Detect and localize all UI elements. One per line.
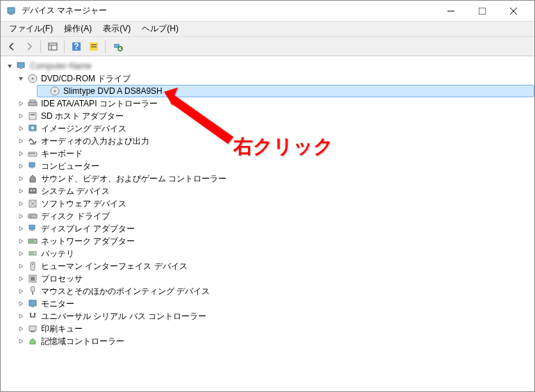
svg-rect-23 [28, 102, 37, 106]
svg-point-37 [31, 190, 32, 191]
svg-rect-0 [8, 8, 15, 13]
tree-node-category[interactable]: 印刷キュー [15, 322, 534, 335]
chevron-right-icon[interactable] [16, 299, 26, 309]
svg-rect-34 [29, 163, 35, 167]
device-category-icon [27, 211, 38, 222]
tree-node-category[interactable]: 記憶域コントローラー [15, 335, 534, 348]
forward-button[interactable] [21, 39, 37, 54]
svg-rect-48 [30, 252, 34, 254]
scan-button[interactable] [85, 39, 101, 54]
tree-node-category[interactable]: ソフトウェア デバイス [15, 197, 534, 210]
chevron-right-icon[interactable] [16, 111, 26, 121]
category-label: オーディオの入力および出力 [41, 136, 149, 147]
svg-point-22 [54, 90, 56, 92]
svg-rect-40 [28, 214, 37, 218]
chevron-right-icon[interactable] [16, 186, 26, 196]
show-hide-button[interactable] [44, 39, 60, 54]
tree-node-category[interactable]: SD ホスト アダプター [15, 110, 534, 122]
chevron-right-icon[interactable] [16, 174, 26, 183]
svg-rect-4 [479, 8, 486, 15]
menu-view[interactable]: 表示(V) [97, 22, 136, 36]
device-tree-panel[interactable]: Computer-Name DVD/CD-ROM ドライブ Slimtype D… [1, 56, 534, 391]
svg-rect-49 [31, 262, 35, 270]
svg-rect-7 [49, 43, 57, 50]
category-label: システム デバイス [41, 186, 110, 197]
svg-point-41 [30, 215, 31, 217]
computer-icon [16, 60, 27, 72]
tree-node-category[interactable]: システム デバイス [15, 185, 534, 197]
category-label: SD ホスト アダプター [41, 111, 124, 122]
tree-node-category[interactable]: マウスとそのほかのポインティング デバイス [15, 285, 534, 297]
chevron-right-icon[interactable] [16, 336, 26, 346]
toolbar-separator [40, 40, 41, 53]
chevron-right-icon[interactable] [16, 249, 26, 259]
device-category-icon [27, 198, 38, 209]
svg-rect-58 [34, 313, 35, 315]
chevron-right-icon[interactable] [16, 274, 26, 284]
tree-node-category[interactable]: ディスプレイ アダプター [15, 222, 534, 235]
category-label: ディスプレイ アダプター [41, 223, 135, 235]
svg-rect-60 [31, 331, 35, 332]
svg-point-45 [30, 240, 31, 242]
chevron-right-icon[interactable] [16, 211, 26, 221]
tree-node-category[interactable]: モニター [15, 297, 534, 310]
tree-node-category[interactable]: コンピューター [15, 160, 534, 172]
category-label: コンピューター [41, 161, 99, 172]
tree-node-category[interactable]: ヒューマン インターフェイス デバイス [15, 260, 534, 272]
dvd-device-label: Slimtype DVD A DS8A9SH [63, 86, 163, 96]
help-button[interactable]: ? [68, 39, 84, 54]
menu-action[interactable]: 操作(A) [58, 22, 97, 36]
dvd-drive-icon [27, 73, 38, 84]
chevron-right-icon[interactable] [16, 149, 26, 158]
chevron-right-icon[interactable] [16, 161, 26, 171]
chevron-right-icon[interactable] [16, 261, 26, 271]
svg-rect-35 [31, 168, 33, 168]
tree-node-category[interactable]: ディスク ドライブ [15, 210, 534, 222]
toolbar-separator [64, 40, 65, 53]
tree-node-category[interactable]: オーディオの入力および出力 [15, 135, 534, 147]
toolbar-separator [105, 40, 106, 53]
tree-node-category[interactable]: IDE ATA/ATAPI コントローラー [15, 97, 534, 110]
chevron-right-icon[interactable] [16, 286, 26, 296]
tree-node-category[interactable]: サウンド、ビデオ、およびゲーム コントローラー [15, 172, 534, 185]
chevron-right-icon[interactable] [16, 324, 26, 334]
svg-point-53 [31, 286, 35, 292]
tree-node-dvd-device[interactable]: Slimtype DVD A DS8A9SH [37, 85, 534, 97]
chevron-down-icon[interactable] [5, 61, 15, 71]
category-label: イメージング デバイス [41, 123, 126, 135]
tree-node-category[interactable]: イメージング デバイス [15, 122, 534, 135]
chevron-right-icon[interactable] [16, 224, 26, 234]
tree-node-category[interactable]: バッテリ [15, 247, 534, 260]
menu-help[interactable]: ヘルプ(H) [136, 22, 184, 36]
window-title: デバイス マネージャー [22, 5, 435, 17]
back-button[interactable] [3, 39, 19, 54]
tree-node-category[interactable]: ネットワーク アダプター [15, 235, 534, 247]
category-label: ネットワーク アダプター [41, 236, 135, 247]
category-label: ディスク ドライブ [41, 211, 110, 222]
chevron-right-icon[interactable] [16, 199, 26, 209]
toolbar: ? [1, 37, 534, 56]
chevron-down-icon[interactable] [16, 74, 26, 83]
chevron-right-icon[interactable] [16, 124, 26, 133]
refresh-button[interactable] [109, 39, 125, 54]
close-button[interactable] [497, 1, 529, 21]
category-label: サウンド、ビデオ、およびゲーム コントローラー [41, 173, 227, 185]
category-label: ヒューマン インターフェイス デバイス [41, 261, 188, 272]
svg-rect-55 [29, 300, 36, 306]
tree-node-category[interactable]: プロセッサ [15, 272, 534, 285]
maximize-button[interactable] [466, 1, 497, 21]
device-manager-window: デバイス マネージャー ファイル(F) 操作(A) 表示(V) ヘルプ(H) ? [0, 0, 535, 392]
chevron-right-icon[interactable] [16, 311, 26, 321]
chevron-right-icon[interactable] [16, 236, 26, 246]
tree-node-category[interactable]: ユニバーサル シリアル バス コントローラー [15, 310, 534, 322]
tree-root-node[interactable]: Computer-Name [3, 60, 534, 72]
tree-node-category[interactable]: キーボード [15, 147, 534, 160]
menu-file[interactable]: ファイル(F) [3, 22, 58, 36]
chevron-right-icon[interactable] [16, 136, 26, 146]
svg-rect-56 [31, 307, 34, 307]
device-category-icon [27, 148, 38, 159]
minimize-button[interactable] [435, 1, 466, 21]
chevron-right-icon[interactable] [16, 99, 26, 108]
category-label: マウスとそのほかのポインティング デバイス [41, 286, 210, 297]
tree-node-dvd-category[interactable]: DVD/CD-ROM ドライブ [15, 72, 534, 85]
